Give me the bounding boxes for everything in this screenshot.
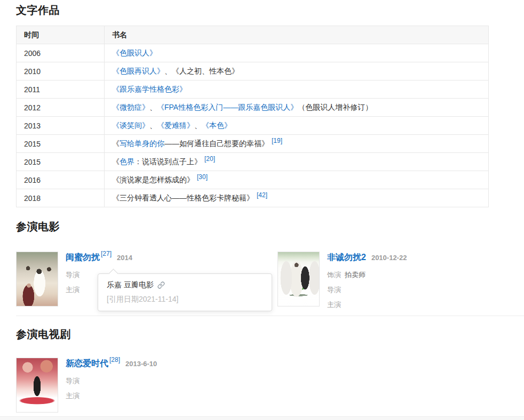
year-cell: 2011 xyxy=(17,80,105,99)
tv-series-date: 2013-6-10 xyxy=(125,360,157,368)
book-link[interactable]: 《跟乐嘉学性格色彩》 xyxy=(112,85,187,93)
movie-title-line: 非诚勿扰2 2010-12-22 xyxy=(327,252,407,263)
year-cell: 2010 xyxy=(17,62,105,80)
book-link[interactable]: 写给单身的你 xyxy=(120,139,164,148)
book-text: ——如何通往自己想要的幸福》 xyxy=(164,139,269,148)
section-title-movies: 参演电影 xyxy=(16,220,60,234)
book-link[interactable]: 《微勃症》 xyxy=(112,103,149,111)
movie-title-link[interactable]: 非诚勿扰2 xyxy=(327,252,366,263)
credit-line: 饰演拍卖师 xyxy=(327,270,407,280)
movie-date: 2014 xyxy=(117,254,132,262)
tv-series-entry: 新恋爱时代 [28] 2013-6-10 导演主演 xyxy=(16,358,157,413)
book-link[interactable]: 色界 xyxy=(120,157,134,166)
table-row: 2015《色界：说话说到点子上》[20] xyxy=(17,153,489,171)
book-link[interactable]: 《本色》 xyxy=(202,121,232,130)
credit-label: 导演 xyxy=(327,286,341,294)
book-text: 《人之初、性本色》 xyxy=(172,67,239,75)
book-link[interactable]: 《谈笑间》 xyxy=(112,121,149,130)
credit-line: 主演 xyxy=(327,300,407,310)
book-text: 《 xyxy=(112,139,120,148)
credit-label: 主演 xyxy=(66,392,80,400)
table-row: 2006《色眼识人》 xyxy=(17,44,489,62)
tooltip-cite-date: [引用日期2021-11-14] xyxy=(107,295,263,304)
movie-poster-white-green[interactable] xyxy=(277,252,320,306)
baike-article-page: 文字作品 时间 书名 2006《色眼识人》2010《色眼再识人》、《人之初、性本… xyxy=(0,0,524,420)
citation-ref[interactable]: [42] xyxy=(257,191,267,199)
credit-line: 导演 xyxy=(66,376,157,386)
movie-date: 2010-12-22 xyxy=(371,254,407,262)
book-link[interactable]: 《色眼再识人》 xyxy=(112,67,164,75)
written-works-table: 时间 书名 2006《色眼识人》2010《色眼再识人》、《人之初、性本色》201… xyxy=(16,26,489,207)
book-title-cell: 《三分钟看透人心——性格色彩卡牌秘籍》[42] xyxy=(105,189,489,207)
tooltip-source-text[interactable]: 乐嘉 豆瓣电影 xyxy=(107,280,154,290)
credit-label: 导演 xyxy=(66,271,80,279)
book-text: 《三分钟看透人心——性格色彩卡牌秘籍》 xyxy=(112,193,254,202)
book-text: 《 xyxy=(112,157,120,166)
citation-tooltip: 乐嘉 豆瓣电影 [引用日期2021-11-14] xyxy=(98,273,272,311)
book-title-cell: 《色眼再识人》、《人之初、性本色》 xyxy=(105,62,489,80)
book-text: 、 xyxy=(149,121,157,130)
table-header-row: 时间 书名 xyxy=(17,26,489,44)
table-row: 2012《微勃症》、《FPA性格色彩入门——跟乐嘉色眼识人》（色眼识人增补修订） xyxy=(17,99,489,117)
book-title-cell: 《微勃症》、《FPA性格色彩入门——跟乐嘉色眼识人》（色眼识人增补修订） xyxy=(105,99,489,117)
book-link[interactable]: 《FPA性格色彩入门——跟乐嘉色眼识人》 xyxy=(157,103,298,111)
link-icon[interactable] xyxy=(157,281,165,289)
book-title-cell: 《跟乐嘉学性格色彩》 xyxy=(105,80,489,99)
tv-series-title-link[interactable]: 新恋爱时代 xyxy=(66,358,108,369)
header-cell-time: 时间 xyxy=(17,26,105,44)
movie-entry: 非诚勿扰2 2010-12-22 饰演拍卖师导演主演 xyxy=(277,252,407,310)
book-text: 、 xyxy=(194,121,202,130)
table-row: 2013《谈笑间》、《爱难猜》、《本色》 xyxy=(17,117,489,135)
movie-title-line: 闺蜜勿扰 [27] 2014 xyxy=(66,252,132,263)
credit-label: 饰演 xyxy=(327,271,341,279)
book-title-cell: 《写给单身的你——如何通往自己想要的幸福》[19] xyxy=(105,135,489,153)
citation-ref[interactable]: [30] xyxy=(197,173,208,181)
book-title-cell: 《演说家是怎样炼成的》[30] xyxy=(105,171,489,189)
table-row: 2018《三分钟看透人心——性格色彩卡牌秘籍》[42] xyxy=(17,189,489,207)
credit-label: 导演 xyxy=(66,377,80,385)
movie-poster-wedding-scene[interactable] xyxy=(16,252,58,306)
book-text: ：说话说到点子上》 xyxy=(134,157,202,166)
movie-title-link[interactable]: 闺蜜勿扰 xyxy=(66,252,100,263)
section-title-written-works: 文字作品 xyxy=(16,3,60,18)
year-cell: 2018 xyxy=(17,189,105,207)
book-text: （色眼识人增补修订） xyxy=(298,103,372,111)
book-title-cell: 《色眼识人》 xyxy=(105,44,489,62)
credit-line: 主演 xyxy=(66,391,157,401)
credit-label: 主演 xyxy=(66,286,80,294)
section-title-tv-series: 参演电视剧 xyxy=(16,327,71,342)
year-cell: 2016 xyxy=(17,171,105,189)
book-link[interactable]: 《爱难猜》 xyxy=(157,121,194,130)
credit-label: 主演 xyxy=(327,301,341,309)
citation-ref[interactable]: [19] xyxy=(272,137,282,144)
year-cell: 2012 xyxy=(17,99,105,117)
header-cell-bookname: 书名 xyxy=(105,26,489,44)
book-text: 、 xyxy=(149,103,157,111)
citation-ref[interactable]: [20] xyxy=(204,155,215,163)
tv-series-info: 新恋爱时代 [28] 2013-6-10 导演主演 xyxy=(66,358,157,413)
table-row: 2015《写给单身的你——如何通往自己想要的幸福》[19] xyxy=(17,135,489,153)
year-cell: 2006 xyxy=(17,44,105,62)
book-text: 、 xyxy=(164,67,172,75)
book-title-cell: 《谈笑间》、《爱难猜》、《本色》 xyxy=(105,117,489,135)
credit-line: 导演 xyxy=(327,285,407,295)
year-cell: 2015 xyxy=(17,153,105,171)
page-bottom-strip xyxy=(0,416,524,420)
book-title-cell: 《色界：说话说到点子上》[20] xyxy=(105,153,489,171)
year-cell: 2015 xyxy=(17,135,105,153)
book-link[interactable]: 《色眼识人》 xyxy=(112,49,157,57)
table-row: 2010《色眼再识人》、《人之初、性本色》 xyxy=(17,62,489,80)
table-row: 2011《跟乐嘉学性格色彩》 xyxy=(17,80,489,99)
tooltip-source-line: 乐嘉 豆瓣电影 xyxy=(107,280,263,290)
book-text: 《演说家是怎样炼成的》 xyxy=(112,175,194,184)
year-cell: 2013 xyxy=(17,117,105,135)
tv-poster-red-romance[interactable] xyxy=(16,358,58,413)
movie-info: 非诚勿扰2 2010-12-22 饰演拍卖师导演主演 xyxy=(327,252,407,310)
section-divider xyxy=(16,316,524,316)
table-row: 2016《演说家是怎样炼成的》[30] xyxy=(17,171,489,189)
tv-series-title-line: 新恋爱时代 [28] 2013-6-10 xyxy=(66,358,157,369)
credit-value: 拍卖师 xyxy=(345,271,366,279)
